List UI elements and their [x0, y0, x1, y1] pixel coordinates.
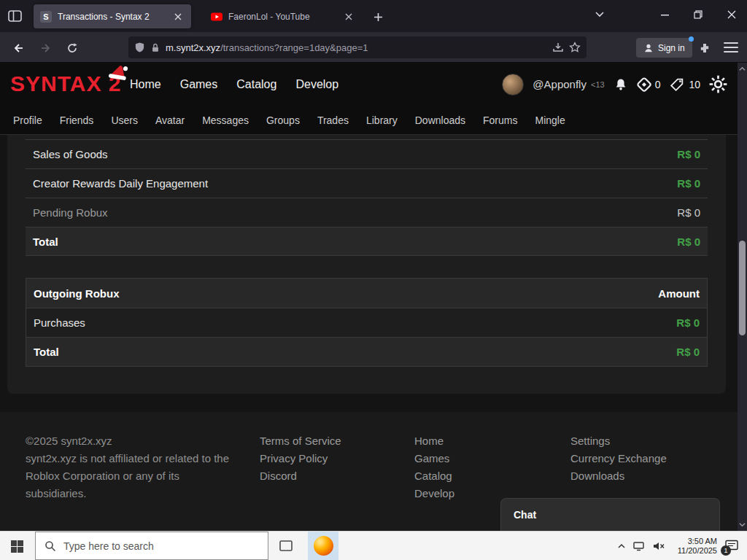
forward-button[interactable] — [36, 39, 55, 58]
nav-games[interactable]: Games — [180, 78, 218, 91]
url-bar[interactable]: m.synt2x.xyz/transactions?range=1day&pag… — [128, 36, 587, 58]
footer-link-terms[interactable]: Terms of Service — [260, 432, 341, 450]
row-label: Total — [34, 346, 59, 358]
robux-balance[interactable]: 0 — [637, 77, 661, 92]
bookmark-star-icon[interactable] — [569, 42, 581, 53]
tab-transactions[interactable]: S Transactions - Syntax 2 — [34, 4, 191, 28]
search-input[interactable] — [63, 540, 239, 552]
nav-develop[interactable]: Develop — [295, 78, 338, 91]
action-center-icon[interactable]: 1 — [724, 539, 741, 553]
task-view-icon[interactable] — [277, 538, 295, 554]
subnav-mingle[interactable]: Mingle — [535, 114, 565, 126]
column-header: Outgoing Robux — [34, 287, 119, 300]
footer-link-catalog[interactable]: Catalog — [414, 467, 454, 485]
footer-link-develop[interactable]: Develop — [414, 485, 454, 502]
scrollbar-thumb[interactable] — [739, 241, 746, 335]
page-scrollbar[interactable] — [738, 63, 747, 531]
row-label: Purchases — [34, 316, 85, 329]
footer-about: ©2025 synt2x.xyz synt2x.xyz is not affil… — [26, 432, 236, 502]
page-viewport: SYNTAX 2 Home Games Catalog Develop @App… — [0, 63, 738, 531]
browser-toolbar: m.synt2x.xyz/transactions?range=1day&pag… — [0, 32, 747, 63]
outgoing-robux-table: Outgoing Robux Amount Purchases R$ 0 Tot… — [26, 278, 708, 367]
taskbar-clock[interactable]: 3:50 AM 11/20/2025 — [672, 537, 717, 556]
table-row: Purchases R$ 0 — [26, 308, 707, 337]
main-nav: Home Games Catalog Develop — [130, 63, 338, 106]
footer-link-games[interactable]: Games — [414, 450, 454, 467]
subnav-forums[interactable]: Forums — [483, 114, 517, 126]
notification-dot — [689, 36, 694, 42]
screen: S Transactions - Syntax 2 FaeronLol - Yo… — [0, 0, 747, 560]
robux-icon — [637, 77, 651, 92]
sign-in-button[interactable]: Sign in — [636, 38, 692, 58]
row-label: Sales of Goods — [33, 148, 108, 160]
window-close-button[interactable] — [715, 0, 747, 29]
footer-link-discord[interactable]: Discord — [260, 467, 341, 485]
subnav-avatar[interactable]: Avatar — [155, 114, 185, 126]
subnav-downloads[interactable]: Downloads — [415, 114, 465, 126]
volume-muted-icon[interactable] — [652, 540, 665, 552]
firefox-view-icon[interactable] — [7, 9, 23, 23]
row-value: R$ 0 — [677, 148, 700, 160]
footer-link-currency-exchange[interactable]: Currency Exchange — [570, 450, 667, 467]
subnav-library[interactable]: Library — [366, 114, 398, 126]
window-restore-button[interactable] — [681, 0, 715, 29]
subnav-trades[interactable]: Trades — [317, 114, 349, 126]
row-label: Total — [33, 236, 58, 248]
age-badge: <13 — [591, 80, 605, 89]
secondary-nav: Profile Friends Users Avatar Messages Gr… — [0, 106, 738, 135]
incoming-robux-table: Sales of Goods R$ 0 Creator Rewards Dail… — [26, 139, 708, 256]
footer-link-downloads[interactable]: Downloads — [570, 467, 667, 485]
settings-gear-icon[interactable] — [709, 75, 727, 93]
tracking-shield-icon[interactable] — [134, 42, 145, 53]
back-button[interactable] — [9, 39, 28, 58]
extensions-icon[interactable] — [695, 39, 714, 58]
nav-catalog[interactable]: Catalog — [236, 78, 276, 91]
avatar[interactable] — [502, 74, 524, 96]
tab-youtube[interactable]: FaeronLol - YouTube — [204, 4, 362, 28]
footer-link-privacy[interactable]: Privacy Policy — [260, 450, 341, 467]
site-logo[interactable]: SYNTAX 2 — [10, 71, 121, 96]
subnav-profile[interactable]: Profile — [13, 114, 42, 126]
taskbar-search[interactable] — [35, 532, 268, 560]
row-label: Creator Rewards Daily Engagement — [33, 177, 208, 190]
window-minimize-button[interactable] — [648, 0, 681, 29]
row-value: R$ 0 — [676, 346, 700, 358]
footer-link-home[interactable]: Home — [414, 432, 454, 450]
subnav-users[interactable]: Users — [111, 114, 138, 126]
scroll-up-icon[interactable] — [739, 66, 746, 72]
youtube-favicon — [211, 11, 222, 23]
network-icon[interactable] — [632, 540, 646, 552]
windows-taskbar: 3:50 AM 11/20/2025 1 — [0, 531, 747, 560]
tab-close-icon[interactable] — [342, 10, 355, 23]
ticket-tag-icon — [669, 77, 685, 93]
robux-count: 0 — [655, 79, 661, 90]
clock-date: 11/20/2025 — [672, 546, 717, 556]
site-favicon: S — [40, 11, 52, 23]
table-row-total: Total R$ 0 — [26, 337, 707, 366]
reload-button[interactable] — [63, 39, 82, 58]
list-all-tabs-icon[interactable] — [595, 9, 611, 23]
lock-icon[interactable] — [150, 42, 160, 53]
chat-widget[interactable]: Chat — [500, 498, 720, 531]
save-page-icon[interactable] — [552, 42, 564, 53]
footer-link-settings[interactable]: Settings — [570, 432, 667, 450]
table-row: Sales of Goods R$ 0 — [26, 139, 708, 168]
new-tab-button[interactable] — [368, 7, 387, 26]
windows-logo-icon — [11, 540, 23, 553]
column-header: Amount — [658, 287, 700, 300]
tab-close-icon[interactable] — [171, 10, 185, 23]
footer-site-links: Home Games Catalog Develop — [414, 432, 454, 502]
subnav-friends[interactable]: Friends — [60, 114, 94, 126]
taskbar-firefox-button[interactable] — [308, 532, 338, 560]
nav-home[interactable]: Home — [130, 78, 161, 91]
username[interactable]: @Apponfly — [533, 78, 587, 90]
start-button[interactable] — [7, 537, 26, 555]
subnav-groups[interactable]: Groups — [266, 114, 300, 126]
scroll-down-icon[interactable] — [739, 521, 746, 528]
table-header-row: Outgoing Robux Amount — [26, 279, 707, 308]
subnav-messages[interactable]: Messages — [202, 114, 249, 126]
tray-chevron-up-icon[interactable] — [617, 542, 626, 551]
tix-balance[interactable]: 10 — [669, 77, 700, 93]
menu-icon[interactable] — [724, 41, 738, 54]
notifications-bell-icon[interactable] — [614, 77, 628, 92]
